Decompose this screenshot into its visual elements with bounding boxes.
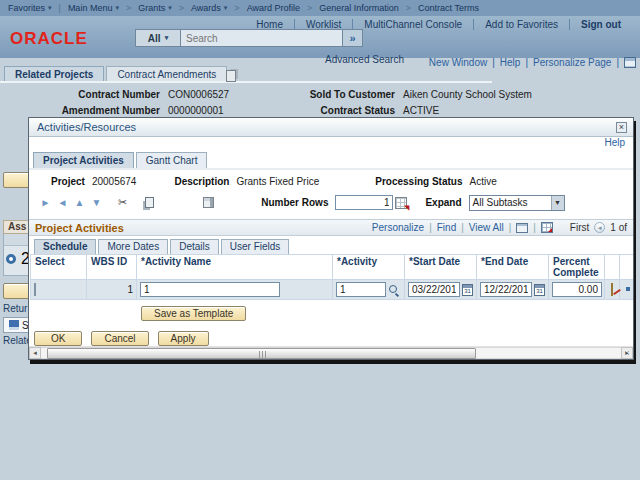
zoom-grid-icon[interactable] bbox=[516, 223, 528, 233]
view-all-link[interactable]: View All bbox=[469, 222, 504, 233]
paste-icon[interactable] bbox=[203, 197, 214, 208]
breadcrumb-label: Favorites bbox=[8, 3, 45, 13]
percent-complete-input[interactable] bbox=[552, 282, 602, 297]
copy-document-icon[interactable] bbox=[226, 70, 236, 82]
caret-down-icon: ▾ bbox=[48, 4, 52, 12]
personalize-layout-icon[interactable] bbox=[624, 57, 636, 68]
horizontal-scrollbar: ◂ ▸ bbox=[29, 346, 633, 359]
insert-rows-icon[interactable] bbox=[395, 197, 407, 209]
breadcrumb: Favorites ▾ | Main Menu ▾ > Grants ▾ > A… bbox=[0, 0, 640, 16]
personalize-link[interactable]: Personalize bbox=[372, 222, 424, 233]
breadcrumb-item-grants[interactable]: Grants ▾ bbox=[138, 3, 172, 13]
number-rows-input[interactable] bbox=[335, 195, 393, 210]
search-input[interactable] bbox=[181, 29, 343, 47]
calendar-icon[interactable] bbox=[534, 284, 545, 296]
move-row-down-icon[interactable]: ▼ bbox=[88, 197, 105, 208]
wbs-id-value: 1 bbox=[87, 280, 137, 300]
scrollbar-track[interactable] bbox=[41, 347, 621, 359]
activity-notes-icon[interactable] bbox=[611, 283, 613, 296]
project-value: 20005674 bbox=[92, 176, 137, 187]
project-info-row: Project 20005674 Description Grants Fixe… bbox=[51, 176, 633, 187]
cut-icon[interactable]: ✂ bbox=[118, 196, 127, 209]
move-row-right-icon[interactable]: ► bbox=[37, 197, 54, 208]
lookup-icon[interactable] bbox=[388, 284, 400, 296]
header-banner: ORACLE Home Worklist MultiChannel Consol… bbox=[0, 16, 640, 58]
tab-more-dates[interactable]: More Dates bbox=[98, 239, 168, 254]
close-button[interactable]: × bbox=[616, 122, 627, 133]
expand-select-value: All Subtasks bbox=[470, 197, 551, 208]
breadcrumb-item-general-information[interactable]: General Information bbox=[319, 3, 399, 13]
tab-gantt-chart[interactable]: Gantt Chart bbox=[136, 152, 208, 168]
radio-icon[interactable] bbox=[6, 254, 16, 264]
download-grid-icon[interactable] bbox=[541, 222, 553, 233]
application-window: Favorites ▾ | Main Menu ▾ > Grants ▾ > A… bbox=[0, 0, 640, 480]
search-go-button[interactable]: » bbox=[343, 29, 363, 47]
breadcrumb-label: Contract Terms bbox=[418, 3, 479, 13]
tab-schedule[interactable]: Schedule bbox=[34, 239, 96, 254]
breadcrumb-item-favorites[interactable]: Favorites ▾ bbox=[8, 3, 52, 13]
separator: | bbox=[461, 222, 464, 233]
nav-link-multichannel-console[interactable]: MultiChannel Console bbox=[353, 19, 474, 30]
processing-status-label: Processing Status bbox=[375, 176, 462, 187]
breadcrumb-label: General Information bbox=[319, 3, 399, 13]
advanced-search-link[interactable]: Advanced Search bbox=[325, 54, 404, 65]
expand-label: Expand bbox=[425, 197, 461, 208]
caret-down-icon: ▾ bbox=[165, 34, 169, 42]
nav-link-sign-out[interactable]: Sign out bbox=[570, 19, 632, 30]
separator: | bbox=[525, 57, 528, 68]
resize-grip[interactable] bbox=[624, 350, 631, 357]
move-row-left-icon[interactable]: ◄ bbox=[54, 197, 71, 208]
tab-user-fields[interactable]: User Fields bbox=[221, 239, 290, 254]
personalize-page-link[interactable]: Personalize Page bbox=[533, 57, 611, 68]
separator: | bbox=[492, 57, 495, 68]
save-as-template-button[interactable]: Save as Template bbox=[141, 306, 246, 321]
breadcrumb-item-main-menu[interactable]: Main Menu ▾ bbox=[68, 3, 119, 13]
modal-help-link[interactable]: Help bbox=[604, 137, 625, 148]
scroll-left-button[interactable]: ◂ bbox=[29, 347, 41, 359]
column-select: Select bbox=[31, 255, 87, 280]
breadcrumb-item-awards[interactable]: Awards ▾ bbox=[191, 3, 227, 13]
breadcrumb-label: Award Profile bbox=[247, 3, 300, 13]
modal-header: Activities/Resources × bbox=[29, 118, 633, 137]
contract-number-label: Contract Number bbox=[0, 89, 160, 100]
oracle-logo: ORACLE bbox=[10, 29, 88, 49]
move-row-up-icon[interactable]: ▲ bbox=[71, 197, 88, 208]
scrollbar-thumb[interactable] bbox=[47, 348, 476, 359]
column-end-date: *End Date bbox=[477, 255, 549, 280]
calendar-icon[interactable] bbox=[462, 284, 473, 296]
modal-title: Activities/Resources bbox=[29, 121, 616, 133]
amendment-number-label: Amendment Number bbox=[0, 105, 160, 116]
end-date-input[interactable] bbox=[480, 282, 532, 297]
breadcrumb-item-contract-terms[interactable]: Contract Terms bbox=[418, 3, 479, 13]
tab-project-activities[interactable]: Project Activities bbox=[33, 152, 134, 168]
breadcrumb-item-award-profile[interactable]: Award Profile bbox=[247, 3, 300, 13]
copy-icon[interactable] bbox=[145, 197, 154, 208]
nav-link-add-to-favorites[interactable]: Add to Favorites bbox=[474, 19, 570, 30]
breadcrumb-separator: > bbox=[126, 3, 131, 13]
find-link[interactable]: Find bbox=[437, 222, 456, 233]
contract-number-value: CON0006527 bbox=[168, 89, 303, 100]
start-date-input[interactable] bbox=[408, 282, 460, 297]
expand-select[interactable]: All Subtasks ▼ bbox=[469, 195, 565, 211]
help-link[interactable]: Help bbox=[500, 57, 521, 68]
pager-previous-icon[interactable]: ◂ bbox=[594, 222, 605, 233]
select-checkbox[interactable] bbox=[34, 283, 36, 296]
activity-name-input[interactable] bbox=[140, 282, 280, 297]
pager-first-label: First bbox=[570, 222, 589, 233]
return-link[interactable]: Retur bbox=[3, 303, 27, 314]
tab-details[interactable]: Details bbox=[170, 239, 219, 254]
table-row: 1 bbox=[31, 280, 634, 300]
modal-tabs: Project Activities Gantt Chart bbox=[29, 152, 633, 170]
new-window-link[interactable]: New Window bbox=[429, 57, 487, 68]
search-scope-select[interactable]: All ▾ bbox=[135, 29, 181, 47]
column-icons bbox=[605, 255, 620, 280]
grid-toolbar: ► ◄ ▲ ▼ ✂ Number Rows Expand All Subtask… bbox=[37, 194, 633, 211]
contract-status-label: Contract Status bbox=[303, 105, 395, 116]
breadcrumb-label: Grants bbox=[138, 3, 165, 13]
activity-input[interactable] bbox=[336, 282, 386, 297]
breadcrumb-separator: > bbox=[234, 3, 239, 13]
cancel-button[interactable]: Cancel bbox=[91, 331, 148, 346]
ok-button[interactable]: OK bbox=[34, 331, 82, 346]
apply-button[interactable]: Apply bbox=[158, 331, 209, 346]
description-label: Description bbox=[174, 176, 229, 187]
